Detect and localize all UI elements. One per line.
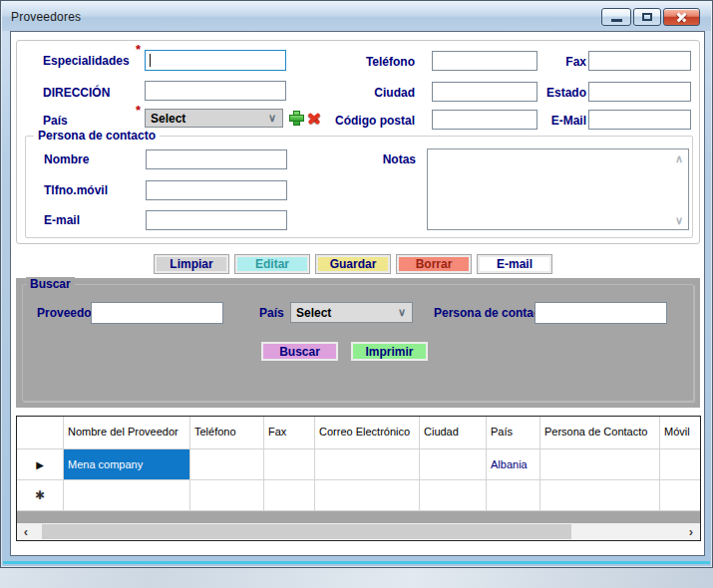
grid-header-persona[interactable]: Persona de Contacto bbox=[540, 417, 660, 449]
grid-cell-fax[interactable] bbox=[264, 480, 315, 511]
grid-header-selector[interactable] bbox=[17, 417, 64, 449]
scroll-down-icon[interactable]: ∨ bbox=[672, 213, 686, 227]
grid-cell-pais[interactable] bbox=[487, 480, 540, 511]
estado-label: Estado bbox=[536, 86, 586, 100]
scroll-left-icon[interactable]: ‹ bbox=[17, 523, 35, 540]
contact-nombre-input[interactable] bbox=[146, 149, 287, 169]
search-persona-label: Persona de contacto bbox=[434, 306, 535, 320]
buscar-button[interactable]: Buscar bbox=[260, 341, 339, 362]
maximize-button[interactable] bbox=[633, 8, 661, 26]
grid-cell-pais[interactable]: Albania bbox=[487, 449, 540, 480]
grid-cell-telefono[interactable] bbox=[190, 449, 264, 480]
contact-email-input[interactable] bbox=[146, 210, 287, 230]
grid-cell-persona[interactable] bbox=[540, 449, 660, 480]
new-row-icon: ✱ bbox=[21, 488, 59, 502]
search-groupbox-title: Buscar bbox=[26, 277, 75, 291]
direccion-label: DIRECCIÓN bbox=[43, 86, 110, 100]
guardar-button[interactable]: Guardar bbox=[315, 254, 391, 274]
contact-nombre-label: Nombre bbox=[44, 152, 89, 166]
grid-cell-nombre[interactable]: Mena company bbox=[64, 449, 190, 480]
search-pais-label: País bbox=[259, 306, 284, 320]
grid-cell-movil[interactable] bbox=[660, 449, 701, 480]
email-label: E-Mail bbox=[536, 114, 586, 128]
pais-required-marker: * bbox=[136, 106, 141, 116]
ciudad-input[interactable] bbox=[432, 82, 537, 102]
grid-header-row: Nombre del Proveedor Teléfono Fax Correo… bbox=[17, 417, 700, 449]
text-caret bbox=[150, 54, 151, 67]
grid-header-fax[interactable]: Fax bbox=[264, 417, 315, 449]
grid-cell-ciudad[interactable] bbox=[420, 480, 487, 511]
minimize-icon bbox=[611, 19, 622, 22]
search-panel: Buscar Proveedor País Select ∨ Persona d… bbox=[16, 278, 700, 408]
add-country-icon[interactable] bbox=[289, 111, 304, 126]
grid-cell-persona[interactable] bbox=[540, 480, 660, 511]
search-proveedor-input[interactable] bbox=[91, 302, 223, 324]
grid-header-ciudad[interactable]: Ciudad bbox=[420, 417, 487, 449]
chevron-down-icon: ∨ bbox=[398, 306, 412, 319]
especialidades-required-marker: * bbox=[136, 45, 141, 55]
especialidades-input[interactable] bbox=[145, 50, 286, 71]
grid-header-movil[interactable]: Móvil bbox=[660, 417, 701, 449]
row-selector-cell[interactable]: ✱ bbox=[17, 480, 64, 511]
borrar-button[interactable]: Borrar bbox=[396, 254, 472, 274]
codigo-postal-label: Código postal bbox=[315, 114, 415, 128]
grid-background bbox=[17, 511, 700, 523]
scroll-right-icon[interactable]: › bbox=[682, 523, 700, 540]
minimize-button[interactable] bbox=[601, 8, 631, 26]
fax-label: Fax bbox=[536, 55, 586, 69]
grid-cell-telefono[interactable] bbox=[190, 480, 264, 511]
contact-email-label: E-mail bbox=[44, 213, 80, 227]
grid-cell-correo[interactable] bbox=[315, 449, 420, 480]
especialidades-label: Especialidades bbox=[43, 54, 130, 68]
editar-button[interactable]: Editar bbox=[234, 254, 310, 274]
estado-input[interactable] bbox=[588, 82, 691, 102]
contact-groupbox-title: Persona de contacto bbox=[34, 129, 160, 143]
grid-cell-correo[interactable] bbox=[315, 480, 420, 511]
search-persona-input[interactable] bbox=[535, 302, 667, 324]
close-icon bbox=[675, 11, 688, 24]
notas-textarea[interactable]: ∧ ∨ bbox=[427, 148, 689, 230]
fax-input[interactable] bbox=[588, 51, 691, 71]
contact-groupbox: Persona de contacto Nombre Tlfno.móvil E… bbox=[25, 136, 693, 238]
supplier-form-panel: Especialidades * Teléfono Fax DIRECCIÓN … bbox=[16, 40, 700, 244]
imprimir-button[interactable]: Imprimir bbox=[350, 341, 429, 362]
close-button[interactable] bbox=[663, 8, 700, 26]
chevron-down-icon: ∨ bbox=[268, 112, 282, 125]
email-input[interactable] bbox=[588, 110, 691, 130]
window-bottom-glow bbox=[3, 561, 710, 564]
grid-header-telefono[interactable]: Teléfono bbox=[190, 417, 264, 449]
direccion-input[interactable] bbox=[145, 81, 286, 101]
app-window: Proveedores Especialidades * Teléfono Fa… bbox=[0, 0, 713, 568]
grid-horizontal-scrollbar[interactable]: ‹ › bbox=[17, 523, 700, 540]
window-titlebar[interactable]: Proveedores bbox=[2, 2, 711, 31]
scroll-up-icon[interactable]: ∧ bbox=[672, 151, 686, 165]
pais-select[interactable]: Select ∨ bbox=[145, 109, 283, 128]
limpiar-button[interactable]: Limpiar bbox=[154, 254, 229, 274]
search-pais-select[interactable]: Select ∨ bbox=[290, 302, 413, 323]
maximize-icon bbox=[642, 13, 652, 21]
pais-select-value: Select bbox=[146, 112, 268, 126]
telefono-input[interactable] bbox=[432, 51, 537, 71]
search-groupbox: Buscar Proveedor País Select ∨ Persona d… bbox=[22, 284, 694, 402]
window-title: Proveedores bbox=[2, 10, 81, 24]
codigo-postal-input[interactable] bbox=[432, 110, 537, 130]
grid-header-correo[interactable]: Correo Electrónico bbox=[315, 417, 420, 449]
telefono-label: Teléfono bbox=[315, 55, 415, 69]
grid-row-new[interactable]: ✱ bbox=[17, 480, 700, 511]
search-proveedor-label: Proveedor bbox=[37, 306, 96, 320]
grid-cell-movil[interactable] bbox=[660, 480, 701, 511]
client-area: Especialidades * Teléfono Fax DIRECCIÓN … bbox=[10, 31, 705, 556]
grid-header-pais[interactable]: País bbox=[487, 417, 540, 449]
grid-cell-fax[interactable] bbox=[264, 449, 315, 480]
contact-movil-input[interactable] bbox=[146, 180, 287, 200]
row-selector-cell[interactable]: ▶ bbox=[17, 449, 64, 480]
email-button[interactable]: E-mail bbox=[477, 254, 552, 274]
notas-label: Notas bbox=[355, 152, 416, 166]
current-row-icon: ▶ bbox=[21, 459, 59, 470]
grid-header-nombre[interactable]: Nombre del Proveedor bbox=[64, 417, 190, 449]
suppliers-grid: Nombre del Proveedor Teléfono Fax Correo… bbox=[16, 416, 701, 541]
grid-cell-ciudad[interactable] bbox=[420, 449, 487, 480]
grid-row-1[interactable]: ▶ Mena company Albania bbox=[17, 449, 700, 480]
scrollbar-thumb[interactable] bbox=[42, 524, 571, 539]
grid-cell-nombre[interactable] bbox=[64, 480, 190, 511]
